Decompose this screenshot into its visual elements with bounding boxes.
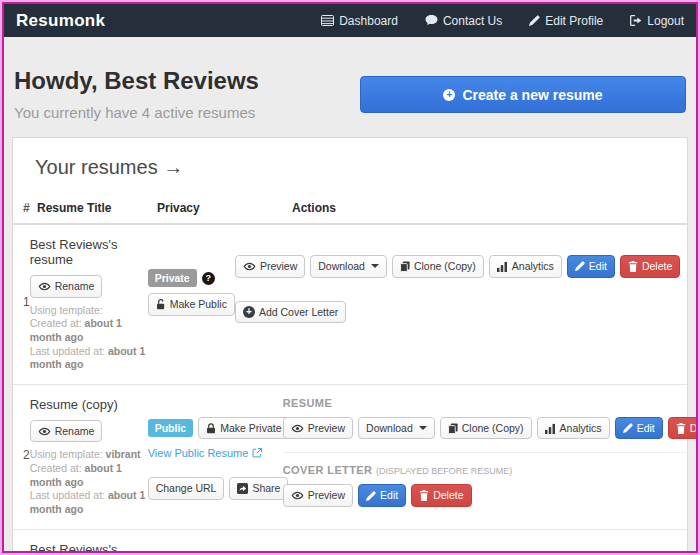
change-url-button[interactable]: Change URL	[148, 477, 225, 500]
delete-cover-letter-button[interactable]: Delete	[411, 484, 471, 507]
eye-icon	[291, 491, 304, 500]
privacy-cell: Public Make Private View Public Resume	[148, 393, 283, 517]
delete-button[interactable]: Delete	[620, 255, 680, 278]
eye-icon	[291, 424, 304, 433]
privacy-cell: Private ? Make Public	[148, 538, 235, 553]
share-button[interactable]: Share	[229, 477, 288, 500]
nav-edit-profile[interactable]: Edit Profile	[529, 14, 603, 28]
resume-meta: Using template: Created at: about 1 mont…	[30, 304, 148, 372]
privacy-cell: Private ? Make Public	[148, 233, 235, 372]
edit-cover-letter-button[interactable]: Edit	[358, 484, 406, 507]
plus-circle-icon: +	[243, 306, 255, 318]
navbar: Resumonk Dashboard Contact Us Edit Profi…	[4, 4, 696, 37]
analytics-icon	[497, 261, 508, 272]
clone-button[interactable]: Clone (Copy)	[440, 417, 532, 440]
page: Resumonk Dashboard Contact Us Edit Profi…	[2, 2, 698, 553]
col-privacy: Privacy	[157, 201, 292, 215]
download-dropdown[interactable]: Download	[358, 417, 435, 440]
rename-button[interactable]: Rename	[30, 275, 103, 298]
clone-icon	[400, 261, 410, 272]
comment-icon	[425, 15, 438, 26]
cover-letter-note: (DISPLAYED BEFORE RESUME)	[376, 466, 512, 476]
pencil-icon	[366, 491, 376, 501]
actions-cell: Preview Download Clone (Copy) Analytics	[235, 233, 690, 372]
nav-logout[interactable]: Logout	[630, 14, 684, 28]
actions-divider	[283, 452, 698, 453]
pencil-icon	[529, 15, 540, 26]
caret-down-icon	[419, 426, 427, 430]
resume-title: Resume (copy)	[30, 397, 148, 412]
lock-icon	[206, 423, 216, 434]
resumes-panel: Your resumes → # Resume Title Privacy Ac…	[12, 137, 688, 553]
brand-logo[interactable]: Resumonk	[16, 11, 105, 31]
help-icon[interactable]: ?	[202, 272, 215, 285]
table-row: 1 Best Reviews's resume Rename Using tem…	[13, 225, 687, 385]
actions-cell: RESUME Preview Download Clone (Copy)	[283, 393, 698, 517]
greeting-block: Howdy, Best Reviews You currently have 4…	[14, 67, 259, 121]
analytics-icon	[545, 423, 556, 434]
add-cover-letter-button[interactable]: + Add Cover Letter	[235, 301, 346, 324]
privacy-badge: Private	[148, 269, 197, 287]
view-public-resume-link[interactable]: View Public Resume	[148, 447, 263, 459]
col-actions: Actions	[292, 201, 687, 215]
download-dropdown[interactable]: Download	[310, 255, 387, 278]
delete-button[interactable]: Delete	[668, 417, 698, 440]
edit-button[interactable]: Edit	[615, 417, 663, 440]
make-public-button[interactable]: Make Public	[148, 293, 235, 316]
edit-button[interactable]: Edit	[567, 255, 615, 278]
resume-meta: Using template: vibrant Created at: abou…	[30, 448, 148, 516]
pencil-icon	[575, 261, 585, 271]
preview-button[interactable]: Preview	[283, 417, 353, 440]
external-link-icon	[252, 448, 262, 458]
panel-title: Your resumes →	[13, 138, 687, 194]
rename-button[interactable]: Rename	[30, 420, 103, 443]
dashboard-icon	[321, 15, 334, 26]
clone-icon	[448, 423, 458, 434]
resume-title: Best Reviews's resume	[30, 237, 148, 267]
nav-dashboard[interactable]: Dashboard	[321, 14, 398, 28]
resume-title: Best Reviews's resume	[30, 542, 148, 553]
preview-button[interactable]: Preview	[235, 255, 305, 278]
pencil-icon	[623, 423, 633, 433]
unlock-icon	[156, 299, 166, 310]
caret-down-icon	[371, 264, 379, 268]
cover-letter-section-label: COVER LETTER (DISPLAYED BEFORE RESUME)	[283, 464, 698, 476]
logout-icon	[630, 15, 642, 26]
title-cell: Resume (copy) Rename Using template: vib…	[30, 393, 148, 517]
privacy-badge: Public	[148, 419, 194, 437]
col-number: #	[13, 201, 37, 215]
rename-icon	[38, 427, 51, 436]
plus-circle-icon: +	[443, 89, 455, 101]
analytics-button[interactable]: Analytics	[537, 417, 610, 440]
screenshot-frame: Resumonk Dashboard Contact Us Edit Profi…	[0, 0, 700, 555]
preview-cover-letter-button[interactable]: Preview	[283, 484, 353, 507]
nav-items: Dashboard Contact Us Edit Profile Logout	[321, 14, 684, 28]
nav-contact-us[interactable]: Contact Us	[425, 14, 502, 28]
table-header: # Resume Title Privacy Actions	[13, 194, 687, 225]
title-cell: Best Reviews's resume Rename Using templ…	[30, 538, 148, 553]
actions-cell: Preview Download Clone (Copy) Analytics	[235, 538, 690, 553]
share-icon	[237, 483, 248, 494]
resume-section-label: RESUME	[283, 397, 698, 409]
clone-button[interactable]: Clone (Copy)	[392, 255, 484, 278]
trash-icon	[676, 423, 686, 434]
title-cell: Best Reviews's resume Rename Using templ…	[30, 233, 148, 372]
page-title: Howdy, Best Reviews	[14, 67, 259, 95]
table-row: 3 Best Reviews's resume Rename Using tem…	[13, 530, 687, 553]
trash-icon	[628, 261, 638, 272]
row-index: 1	[13, 295, 30, 309]
active-resumes-count: You currently have 4 active resumes	[14, 104, 259, 121]
make-private-button[interactable]: Make Private	[198, 417, 289, 440]
page-header: Howdy, Best Reviews You currently have 4…	[4, 37, 696, 137]
create-resume-button[interactable]: + Create a new resume	[360, 76, 686, 113]
eye-icon	[243, 262, 256, 271]
analytics-button[interactable]: Analytics	[489, 255, 562, 278]
rename-icon	[38, 282, 51, 291]
col-resume-title: Resume Title	[37, 201, 157, 215]
trash-icon	[419, 490, 429, 501]
row-index: 2	[13, 448, 30, 462]
table-row: 2 Resume (copy) Rename Using template: v…	[13, 385, 687, 530]
